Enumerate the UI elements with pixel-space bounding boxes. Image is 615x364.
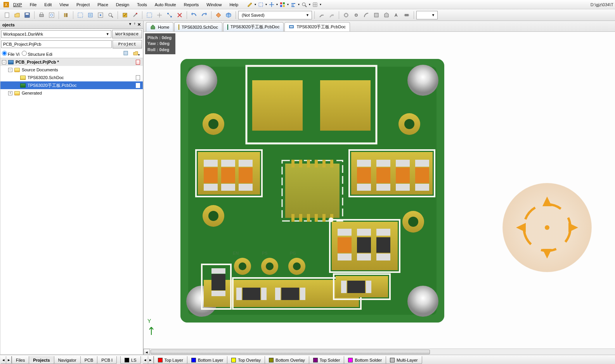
svg-rect-6 bbox=[283, 5, 285, 7]
menu-autoroute[interactable]: Auto Route bbox=[151, 1, 180, 8]
bottom-layer-tab[interactable]: Bottom Layer bbox=[187, 356, 227, 364]
align-icon[interactable] bbox=[290, 2, 296, 8]
pcbdoc-tab-2[interactable]: TPS63020手工板.PcbDoc bbox=[284, 22, 350, 31]
place-track-icon[interactable] bbox=[317, 10, 326, 20]
redo-icon[interactable] bbox=[199, 10, 209, 20]
doc-marker-icon bbox=[135, 83, 140, 88]
panel-refresh-icon[interactable]: ▾ bbox=[131, 50, 141, 57]
grid-settings-icon[interactable] bbox=[312, 2, 318, 8]
color-boxes-icon[interactable] bbox=[279, 2, 286, 8]
dropdown-icon[interactable]: ▼ bbox=[128, 22, 132, 27]
projects-tab[interactable]: Projects bbox=[29, 356, 54, 364]
place-pad-icon[interactable] bbox=[341, 10, 351, 20]
cross-probe-icon[interactable] bbox=[130, 10, 140, 20]
tabs-scroll-left[interactable]: ◂ bbox=[1, 356, 6, 364]
place-polygon-icon[interactable] bbox=[382, 10, 391, 20]
pencil-edit-icon[interactable] bbox=[247, 2, 253, 8]
zoom-fit-icon[interactable] bbox=[86, 10, 95, 20]
multi-layer-tab[interactable]: Multi-Layer bbox=[386, 356, 422, 364]
top-overlay-tab[interactable]: Top Overlay bbox=[227, 356, 265, 364]
move-icon[interactable] bbox=[269, 2, 275, 8]
place-component-icon[interactable] bbox=[402, 10, 411, 20]
file-view-radio[interactable]: File Vi bbox=[2, 51, 19, 57]
zoom-object-icon[interactable] bbox=[106, 10, 115, 20]
view-config-combo[interactable]: (Not Saved) ▼ bbox=[238, 11, 312, 19]
workspace-combo[interactable]: Workspace1.DsnWrk ▼ bbox=[1, 30, 111, 38]
tree-source-documents[interactable]: − Source Documents bbox=[0, 66, 143, 74]
workspace-button[interactable]: Workspace bbox=[112, 30, 142, 38]
open-icon[interactable] bbox=[12, 10, 22, 20]
menu-project[interactable]: Project bbox=[73, 1, 94, 8]
pcb-tab[interactable]: PCB bbox=[80, 356, 98, 364]
snap-combo[interactable]: ▼ bbox=[416, 11, 438, 19]
print-icon[interactable] bbox=[37, 10, 46, 20]
place-arc-icon[interactable] bbox=[362, 10, 371, 20]
schdoc-tab[interactable]: TPS63020.SchDoc bbox=[174, 22, 222, 31]
menu-dxp[interactable]: DXP bbox=[9, 1, 26, 8]
tabs-scroll-right[interactable]: ▸ bbox=[6, 356, 12, 364]
select-inside-icon[interactable] bbox=[258, 2, 264, 8]
files-tab[interactable]: Files bbox=[12, 356, 29, 364]
navigator-tab[interactable]: Navigator bbox=[54, 356, 81, 364]
menu-place[interactable]: Place bbox=[94, 1, 112, 8]
close-icon[interactable]: ✕ bbox=[137, 22, 141, 27]
print-preview-icon[interactable] bbox=[47, 10, 56, 20]
top-layer-tab[interactable]: Top Layer bbox=[154, 356, 187, 364]
bottom-solder-tab[interactable]: Bottom Solder bbox=[344, 356, 386, 364]
menu-help[interactable]: Help bbox=[225, 1, 242, 8]
collapse-icon[interactable]: − bbox=[2, 60, 6, 64]
svg-rect-20 bbox=[66, 13, 68, 17]
3d-icon[interactable] bbox=[224, 10, 233, 20]
layer-scroll-right[interactable]: ▸ bbox=[148, 356, 154, 364]
project-field[interactable]: PCB_Project.PrjPcb bbox=[1, 40, 112, 48]
menu-reports[interactable]: Reports bbox=[180, 1, 203, 8]
place-via-icon[interactable] bbox=[352, 10, 361, 20]
tree-schdoc-item[interactable]: TPS63020.SchDoc bbox=[0, 74, 143, 81]
expand-icon[interactable]: + bbox=[8, 91, 12, 95]
place-diff-pair-icon[interactable] bbox=[327, 10, 336, 20]
menu-file[interactable]: File bbox=[26, 1, 41, 8]
scroll-left-icon[interactable]: ◂ bbox=[144, 349, 150, 355]
menu-tools[interactable]: Tools bbox=[133, 1, 151, 8]
horizontal-scrollbar[interactable]: ◂ bbox=[144, 348, 615, 355]
layer-scroll-left[interactable]: ◂ bbox=[143, 356, 148, 364]
library-icon[interactable] bbox=[61, 10, 71, 20]
select-all-icon[interactable] bbox=[145, 10, 154, 20]
find-similar-icon[interactable] bbox=[301, 2, 307, 8]
menu-design[interactable]: Design bbox=[112, 1, 133, 8]
pcb-3d-canvas[interactable]: Pitch : 0deg Yaw : 0deg Roll : 0deg bbox=[144, 32, 615, 348]
pcbdoc-tab-1[interactable]: TPS63020手工板.PcbDoc bbox=[223, 22, 284, 31]
3d-nav-gizmo[interactable] bbox=[502, 183, 592, 272]
scroll-thumb[interactable] bbox=[151, 350, 430, 354]
browse-icon[interactable] bbox=[214, 10, 223, 20]
home-tab[interactable]: Home bbox=[146, 22, 173, 31]
menu-view[interactable]: View bbox=[55, 1, 73, 8]
save-icon[interactable] bbox=[23, 10, 32, 20]
place-fill-icon[interactable] bbox=[372, 10, 381, 20]
collapse-icon[interactable]: − bbox=[8, 68, 12, 72]
clear-filter-icon[interactable] bbox=[175, 10, 184, 20]
zoom-area-icon[interactable] bbox=[76, 10, 85, 20]
menu-window[interactable]: Window bbox=[203, 1, 225, 8]
bottom-overlay-tab[interactable]: Bottom Overlay bbox=[265, 356, 309, 364]
new-file-icon[interactable] bbox=[2, 10, 12, 20]
move-cursor-icon[interactable] bbox=[155, 10, 164, 20]
svg-rect-77 bbox=[221, 184, 235, 191]
pcb-inspector-tab[interactable]: PCB I bbox=[97, 356, 117, 364]
structure-editor-radio[interactable]: Structure Edi bbox=[22, 51, 52, 57]
panel-options-icon[interactable] bbox=[121, 50, 130, 57]
project-button[interactable]: Project bbox=[113, 40, 142, 48]
top-solder-tab[interactable]: Top Solder bbox=[309, 356, 345, 364]
zoom-selected-icon[interactable] bbox=[96, 10, 105, 20]
pcb-icon bbox=[20, 83, 26, 88]
place-string-icon[interactable]: A bbox=[392, 10, 401, 20]
ls-layer-tab[interactable]: LS bbox=[120, 356, 140, 364]
pin-icon[interactable] bbox=[133, 22, 137, 27]
tree-generated[interactable]: + Generated bbox=[0, 89, 143, 97]
compile-icon[interactable] bbox=[120, 10, 130, 20]
tree-pcbdoc-item[interactable]: TPS63020手工板.PcbDoc bbox=[0, 81, 143, 89]
undo-icon[interactable] bbox=[189, 10, 199, 20]
snap-icon[interactable] bbox=[165, 10, 174, 20]
tree-project-root[interactable]: − PCB_Project.PrjPcb * bbox=[0, 58, 143, 66]
menu-edit[interactable]: Edit bbox=[40, 1, 55, 8]
